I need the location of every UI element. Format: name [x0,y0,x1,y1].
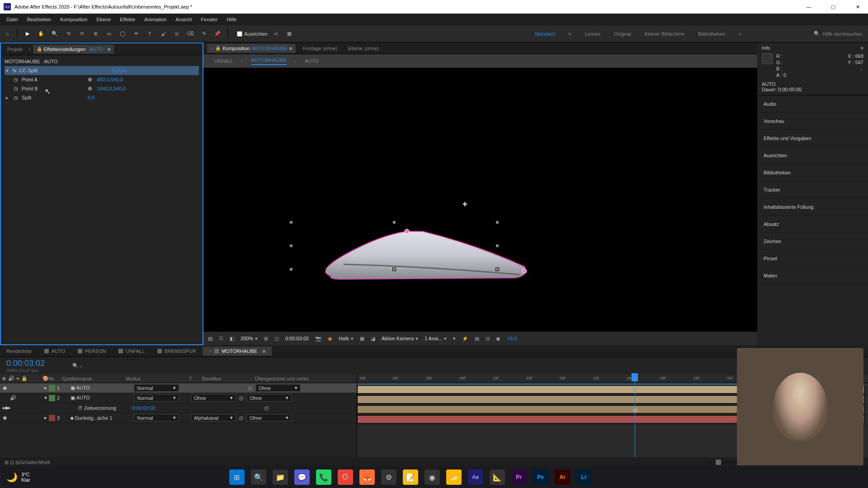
close-button[interactable]: ✕ [851,0,864,14]
anchor-tool-icon[interactable]: ⊕ [90,28,101,39]
stopwatch-icon[interactable]: ◷ [13,86,19,92]
workspace-original[interactable]: Original [614,31,631,37]
bbox-handle[interactable] [289,244,293,248]
panel-vorschau[interactable]: Vorschau [757,113,868,130]
layer-row-1[interactable]: ◉ ▸ 1 ▣ AUTO Normal▾ @ Ohne▾ [0,383,357,393]
layer-row-2[interactable]: 🔊 ▾ 2 ▣ AUTO Normal▾ Ohne▾ @ Ohne▾ [0,393,357,403]
brush-tool-icon[interactable]: 🖌 [158,28,169,39]
parent-dropdown[interactable]: Ohne▾ [246,394,292,402]
roto-tool-icon[interactable]: ✎ [198,28,209,39]
panel-ausrichten[interactable]: Ausrichten [757,147,868,164]
stopwatch-icon[interactable]: ◷ [13,77,19,83]
bbox-handle[interactable] [289,221,293,224]
panel-absatz[interactable]: Absatz [757,216,868,233]
point-a-value[interactable]: 480,0,540,0 [97,77,123,82]
flowchart-icon[interactable]: ⊡ [486,336,490,342]
crosshair-icon[interactable]: ⊕ [88,85,92,92]
composition-viewer[interactable]: ✦ [203,68,757,332]
trkmat-dropdown[interactable]: Ohne▾ [191,394,236,402]
menu-datei[interactable]: Datei [2,17,23,22]
transparency-icon[interactable]: ▦ [360,336,364,342]
tab-auto[interactable]: AUTO [38,347,71,356]
folder-icon[interactable]: 📂 [446,469,462,485]
grid-icon[interactable]: ☷ [219,336,223,342]
weather-widget[interactable]: 🌙 3°C Klar [0,472,30,483]
speaker-col-icon[interactable]: 🔊 [8,375,14,381]
timewarp-value[interactable]: 0:00:03:02 [132,405,195,411]
tab-motorhaube[interactable]: ×MOTORHAUBE≡ [203,347,272,356]
crumb-unfall[interactable]: UNFALL [214,58,233,64]
bbox-handle[interactable] [289,267,293,271]
hand-tool-icon[interactable]: ✋ [36,28,47,39]
teams-icon[interactable]: 💬 [294,469,310,485]
after-effects-icon[interactable]: Ae [468,469,483,485]
workspace-more-icon[interactable]: » [739,31,741,37]
prop-row-timewarp[interactable]: ◂◆▸ ⏱ Zeitverzerrung 0:00:03:02 @ [0,403,357,413]
tab-menu-icon[interactable]: ≡ [289,46,292,51]
zoom-tool-icon[interactable]: 🔍 [49,28,60,39]
pickwhip-icon[interactable]: @ [248,385,253,391]
menu-bearbeiten[interactable]: Bearbeiten [23,17,56,22]
premiere-icon[interactable]: Pr [511,469,527,485]
opera-icon[interactable]: O [338,469,353,485]
snap-checkbox[interactable]: Ausrichten [237,31,268,37]
menu-komposition[interactable]: Komposition [56,17,92,22]
effect-controls-tab[interactable]: 🔒 Effekteinstellungen AUTO ≡ [33,45,114,54]
eraser-tool-icon[interactable]: ⌫ [185,28,196,39]
panel-tracker[interactable]: Tracker [757,181,868,198]
workspace-overflow-icon[interactable]: ≡ [568,31,571,37]
illustrator-icon[interactable]: Ai [555,469,570,485]
pickwhip-icon[interactable]: @ [239,415,244,421]
prop-point-a[interactable]: ◷ Point A ⊕ 480,0,540,0 [5,75,199,84]
menu-ebene[interactable]: Ebene [92,17,115,22]
pickwhip-icon[interactable]: @ [239,395,244,401]
res-icon[interactable]: ⊞ [264,336,268,342]
views-dropdown[interactable]: 1 Ansi... ▾ [425,336,447,342]
render-icon[interactable]: ◉ [496,336,500,342]
crumb-motorhaube[interactable]: MOTORHAUBE [251,57,287,65]
menu-hilfe[interactable]: Hilfe [222,17,241,22]
effect-cc-split[interactable]: ▾ fx CC Split Zurück [5,66,199,75]
parent-dropdown[interactable]: Ohne▾ [246,414,292,422]
mask-icon[interactable]: ◧ [230,336,234,342]
ellipse-tool-icon[interactable]: ◯ [117,28,128,39]
puppet-tool-icon[interactable]: 📌 [212,28,223,39]
zoom-dropdown[interactable]: 200% ▾ [241,336,258,342]
panel-zeichen[interactable]: Zeichen [757,233,868,250]
project-tab[interactable]: Projekt [4,45,26,54]
prop-split[interactable]: ▸ ◷ Split 0,0 [5,93,199,102]
obs-icon[interactable]: ◉ [425,469,440,485]
menu-effekte[interactable]: Effekte [115,17,140,22]
comp-tab-komposition[interactable]: × 🔒 Komposition MOTORHAUBE ≡ [207,44,296,53]
timeline-icon[interactable]: ▤ [475,336,479,342]
bbox-handle[interactable] [495,221,499,224]
keyframe-icon[interactable] [632,408,637,413]
stopwatch-icon[interactable]: ◷ [13,95,19,101]
fast-preview-icon[interactable]: ⚡ [462,336,468,342]
photoshop-icon[interactable]: Ps [533,469,548,485]
mode-dropdown[interactable]: Normal▾ [134,414,179,422]
close-icon[interactable]: × [211,46,213,51]
bbox-handle[interactable] [392,221,396,224]
pixel-icon[interactable]: ▾ [453,336,456,342]
camera-dropdown[interactable]: Aktive Kamera ▾ [382,336,419,342]
whatsapp-icon[interactable]: 📞 [316,469,331,485]
workspace-kleiner[interactable]: Kleiner Bildschirm [645,31,684,37]
layer-shape[interactable] [303,212,552,303]
switcher-label[interactable]: Schalter/Modi [19,460,50,465]
snap-opt-icon[interactable]: ⋌ [270,28,281,39]
workspace-standard[interactable]: Standard [535,31,555,37]
comp-tab-ebene[interactable]: Ebene (ohne) [344,44,382,53]
minimize-button[interactable]: — [802,0,816,14]
snap-grid-icon[interactable]: ▦ [284,28,295,39]
panel-audio[interactable]: Audio [757,95,868,113]
fx-toggle-icon[interactable]: fx [13,68,17,73]
comp-tab-footage[interactable]: Footage (ohne) [299,44,341,53]
lightroom-icon[interactable]: Lr [576,469,592,485]
tab-renderliste[interactable]: Renderliste [0,347,38,356]
anchor-point-icon[interactable]: ✦ [461,199,469,210]
region-icon[interactable]: ◫ [274,336,279,342]
trkmat-dropdown[interactable]: Alphakanal▾ [191,414,236,422]
menu-animation[interactable]: Animation [140,17,171,22]
eye-col-icon[interactable]: ◉ [2,375,6,381]
